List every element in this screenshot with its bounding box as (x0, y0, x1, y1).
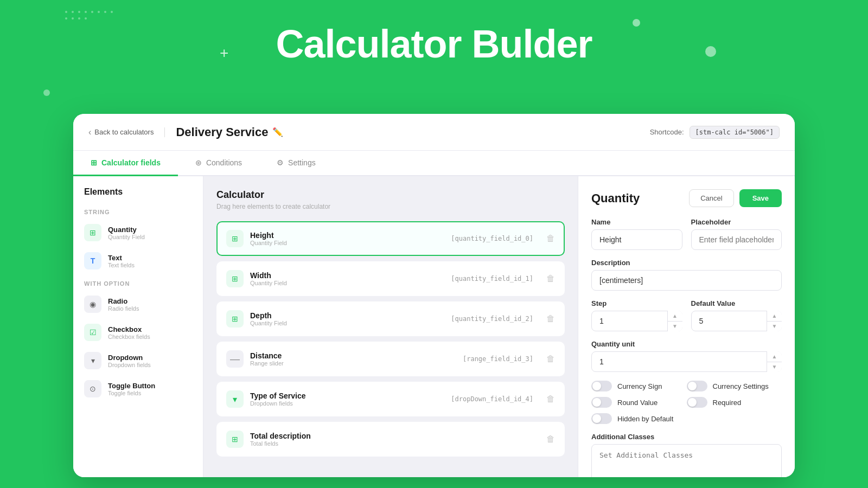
placeholder-label: Placeholder (691, 218, 782, 226)
field-distance-icon: — (226, 350, 244, 368)
field-distance-delete-button[interactable]: 🗑 (546, 354, 555, 364)
round-value-toggle-item: Round Value (591, 397, 687, 408)
shortcode-value[interactable]: [stm-calc id="5006"] (690, 126, 780, 139)
element-checkbox[interactable]: ☑ Checkbox Checkbox fields (73, 318, 203, 346)
field-height-name: Height (250, 231, 287, 240)
quantity-unit-input-wrap: ▲ ▼ (591, 351, 782, 372)
currency-sign-toggle[interactable] (591, 381, 612, 391)
element-radio[interactable]: ◉ Radio Radio fields (73, 290, 203, 318)
round-value-toggle[interactable] (591, 397, 612, 408)
dropdown-icon: ▾ (84, 352, 101, 369)
element-quantity-sub: Quantity Field (108, 234, 145, 240)
elements-panel: Elements STRING ⊞ Quantity Quantity Fiel… (73, 176, 203, 477)
element-dropdown-info: Dropdown Dropdown fields (108, 354, 151, 368)
field-service-delete-button[interactable]: 🗑 (546, 394, 555, 404)
shortcode-label: Shortcode: (650, 128, 684, 136)
quantity-unit-group: Quantity unit ▲ ▼ (591, 340, 782, 372)
content-area: Elements STRING ⊞ Quantity Quantity Fiel… (73, 176, 795, 477)
description-input[interactable] (591, 270, 782, 291)
section-withoption-label: WITH OPTION (73, 275, 203, 290)
field-row-total[interactable]: ⊞ Total description Total fields 🗑 (216, 422, 565, 457)
field-service-type: Dropdown fields (250, 400, 305, 407)
back-to-calculators-button[interactable]: ‹ Back to calculators (88, 127, 165, 137)
field-depth-id: [quantity_field_id_2] (451, 315, 533, 323)
element-text[interactable]: T Text Text fields (73, 247, 203, 275)
field-width-info: Width Quantity Field (250, 271, 287, 286)
default-value-spinners: ▲ ▼ (767, 311, 782, 331)
field-row-type-of-service[interactable]: ▾ Type of Service Dropdown fields [dropD… (216, 382, 565, 416)
field-width-delete-button[interactable]: 🗑 (546, 274, 555, 284)
calculator-panel-subtitle: Drag here elements to create calculator (216, 203, 565, 210)
quantity-icon: ⊞ (84, 224, 101, 241)
default-value-up-button[interactable]: ▲ (767, 311, 782, 322)
step-up-button[interactable]: ▲ (668, 311, 682, 322)
default-value-down-button[interactable]: ▼ (767, 322, 782, 332)
step-spinners: ▲ ▼ (667, 311, 682, 331)
currency-settings-toggle[interactable] (687, 381, 707, 391)
field-width-name: Width (250, 271, 287, 280)
field-row-distance[interactable]: — Distance Range slider [range_field_id_… (216, 342, 565, 376)
element-text-sub: Text fields (108, 262, 135, 268)
field-height-id: [quantity_field_id_0] (451, 235, 533, 242)
field-total-name: Total description (250, 432, 311, 440)
radio-icon: ◉ (84, 296, 101, 313)
quantity-unit-label: Quantity unit (591, 340, 782, 348)
field-service-name: Type of Service (250, 391, 305, 400)
quantity-unit-input[interactable] (591, 351, 782, 372)
element-radio-info: Radio Radio fields (108, 297, 139, 312)
tab-conditions[interactable]: ⊛ Conditions (178, 151, 259, 176)
placeholder-input[interactable] (691, 229, 782, 250)
required-toggle[interactable] (687, 397, 707, 408)
tab-calculator-fields[interactable]: ⊞ Calculator fields (73, 151, 178, 176)
additional-classes-group: Additional Classes (591, 433, 782, 477)
name-group: Name (591, 218, 682, 250)
field-distance-name: Distance (250, 351, 284, 360)
element-dropdown[interactable]: ▾ Dropdown Dropdown fields (73, 346, 203, 375)
element-radio-sub: Radio fields (108, 305, 139, 312)
tab-settings[interactable]: ⚙ Settings (259, 151, 333, 176)
element-toggle-name: Toggle Button (108, 382, 155, 390)
element-toggle-sub: Toggle fields (108, 390, 155, 396)
additional-classes-input[interactable] (591, 444, 782, 477)
back-arrow-icon: ‹ (88, 127, 91, 137)
field-distance-id: [range_field_id_3] (463, 355, 533, 363)
element-quantity[interactable]: ⊞ Quantity Quantity Field (73, 219, 203, 247)
field-height-icon: ⊞ (226, 230, 244, 247)
element-text-name: Text (108, 254, 135, 262)
field-row-depth[interactable]: ⊞ Depth Quantity Field [quantity_field_i… (216, 301, 565, 336)
panel-title: Quantity (591, 191, 640, 206)
field-depth-delete-button[interactable]: 🗑 (546, 314, 555, 324)
name-input[interactable] (591, 229, 682, 250)
field-height-delete-button[interactable]: 🗑 (546, 234, 555, 243)
field-row-width[interactable]: ⊞ Width Quantity Field [quantity_field_i… (216, 261, 565, 296)
field-row-height[interactable]: ⊞ Height Quantity Field [quantity_field_… (216, 221, 565, 256)
field-width-icon: ⊞ (226, 270, 244, 287)
cancel-button[interactable]: Cancel (689, 189, 733, 207)
quantity-unit-up-button[interactable]: ▲ (767, 351, 782, 362)
default-value-label: Default Value (691, 299, 782, 307)
conditions-icon: ⊛ (195, 158, 202, 167)
save-button[interactable]: Save (739, 189, 782, 207)
field-height-info: Height Quantity Field (250, 231, 287, 246)
field-distance-info: Distance Range slider (250, 351, 284, 367)
default-value-group: Default Value ▲ ▼ (691, 299, 782, 331)
element-checkbox-name: Checkbox (108, 325, 150, 333)
toggle-icon: ⊙ (84, 380, 101, 397)
default-value-input-wrap: ▲ ▼ (691, 311, 782, 331)
step-down-button[interactable]: ▼ (668, 322, 682, 332)
tab-settings-label: Settings (288, 158, 316, 167)
page-title: Calculator Bulder (0, 0, 868, 66)
element-radio-name: Radio (108, 297, 139, 305)
card-header: ‹ Back to calculators Delivery Service ✏… (73, 114, 795, 151)
field-total-type: Total fields (250, 440, 311, 447)
checkbox-icon: ☑ (84, 324, 101, 341)
hidden-by-default-toggle[interactable] (591, 413, 612, 424)
element-toggle[interactable]: ⊙ Toggle Button Toggle fields (73, 375, 203, 403)
field-total-delete-button[interactable]: 🗑 (546, 434, 555, 444)
element-text-info: Text Text fields (108, 254, 135, 268)
edit-pencil-icon[interactable]: ✏️ (272, 127, 283, 137)
element-quantity-name: Quantity (108, 226, 145, 234)
field-width-type: Quantity Field (250, 280, 287, 286)
field-depth-icon: ⊞ (226, 310, 244, 328)
quantity-unit-down-button[interactable]: ▼ (767, 362, 782, 373)
